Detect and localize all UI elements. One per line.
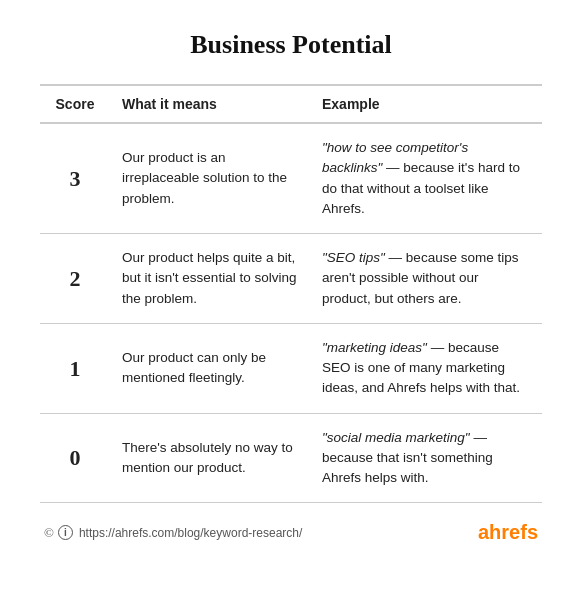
page-title: Business Potential bbox=[190, 30, 392, 60]
table-row: 2Our product helps quite a bit, but it i… bbox=[40, 234, 542, 324]
footer-icons: © i bbox=[44, 525, 73, 541]
info-icon: i bbox=[58, 525, 73, 540]
what-cell: Our product helps quite a bit, but it is… bbox=[110, 234, 310, 324]
footer-url[interactable]: https://ahrefs.com/blog/keyword-research… bbox=[79, 526, 302, 540]
example-cell: "marketing ideas" — because SEO is one o… bbox=[310, 323, 542, 413]
copyright-icon: © bbox=[44, 525, 54, 541]
what-cell: There's absolutely no way to mention our… bbox=[110, 413, 310, 503]
col-header-example: Example bbox=[310, 85, 542, 123]
table-row: 1Our product can only be mentioned fleet… bbox=[40, 323, 542, 413]
business-potential-table: Score What it means Example 3Our product… bbox=[40, 84, 542, 503]
footer-brand: ahrefs bbox=[478, 521, 538, 544]
score-cell: 3 bbox=[40, 123, 110, 234]
table-row: 3Our product is an irreplaceable solutio… bbox=[40, 123, 542, 234]
example-cell: "social media marketing" — because that … bbox=[310, 413, 542, 503]
footer-left: © i https://ahrefs.com/blog/keyword-rese… bbox=[44, 525, 302, 541]
example-cell: "SEO tips" — because some tips aren't po… bbox=[310, 234, 542, 324]
score-cell: 0 bbox=[40, 413, 110, 503]
example-cell: "how to see competitor's backlinks" — be… bbox=[310, 123, 542, 234]
footer: © i https://ahrefs.com/blog/keyword-rese… bbox=[40, 521, 542, 544]
score-cell: 1 bbox=[40, 323, 110, 413]
col-header-what: What it means bbox=[110, 85, 310, 123]
what-cell: Our product is an irreplaceable solution… bbox=[110, 123, 310, 234]
table-row: 0There's absolutely no way to mention ou… bbox=[40, 413, 542, 503]
col-header-score: Score bbox=[40, 85, 110, 123]
score-cell: 2 bbox=[40, 234, 110, 324]
what-cell: Our product can only be mentioned fleeti… bbox=[110, 323, 310, 413]
